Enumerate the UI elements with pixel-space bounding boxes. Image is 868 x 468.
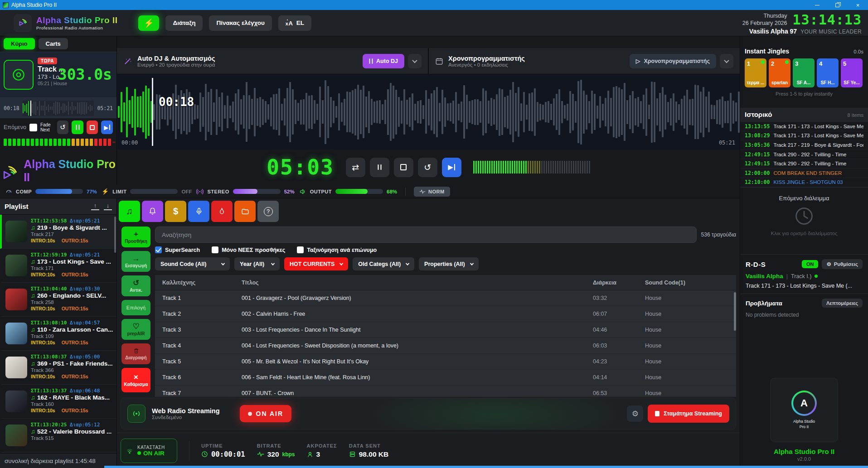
close-icon: × <box>134 373 138 381</box>
playlist-item[interactable]: ΣΤΙ:13:08:10 Διαρ:04:57 ♫ 110 - Zara Lar… <box>0 317 116 351</box>
autodj-toggle-button[interactable]: Auto DJ <box>363 54 404 68</box>
control-panel-button[interactable]: Πίνακας ελέγχου <box>209 15 272 31</box>
replace-button[interactable]: ↺Αντικ. <box>121 275 150 296</box>
table-row[interactable]: Track 1 001 - Gravagerz - Pool (Gravager… <box>155 290 736 306</box>
transport-skip-button[interactable]: ▶ <box>442 158 461 177</box>
playlist-item[interactable]: ΣΤΙ:12:53:58 Διαρ:05:21 ♫ 219 - Boye & S… <box>0 215 116 249</box>
repeat-button[interactable]: ⇄ <box>346 158 365 177</box>
select-button[interactable]: Επιλογή <box>121 300 150 315</box>
minimize-button[interactable] <box>807 0 827 10</box>
rds-active-dot-icon <box>815 275 818 278</box>
history-item[interactable]: 12:49:15 Track 290 - 292 - Tvilling - Ti… <box>740 150 868 159</box>
history-item[interactable]: 12:10:00 KISS JINGLE - SHOTGUN 03 <box>740 178 868 187</box>
clear-button[interactable]: ×Καθάρισμα <box>121 368 150 392</box>
filter-dropdown[interactable]: HOT CURRENTS <box>284 257 348 270</box>
close-button[interactable]: × <box>848 0 868 10</box>
tab-commercials[interactable]: $ <box>165 201 186 222</box>
delete-button[interactable]: Διαγραφή <box>121 343 150 364</box>
search-input[interactable] <box>155 227 697 243</box>
download-playlist-button[interactable]: ↓ <box>104 203 112 210</box>
upload-playlist-button[interactable]: ↑ <box>91 203 99 210</box>
tab-voice[interactable] <box>188 201 209 222</box>
rds-on-badge[interactable]: ON <box>802 260 819 268</box>
prepair-button[interactable]: ♡prepAIR <box>121 319 150 340</box>
jingle-pad[interactable]: 5 SF Ye... <box>841 58 863 87</box>
insert-button[interactable]: →Εισαγωγή <box>121 251 150 272</box>
chevron-down-icon <box>339 261 343 265</box>
add-button[interactable]: +Προσθήκη <box>121 227 150 247</box>
history-item[interactable]: 13:13:55 Track 171 - 173 - Lost Kings - … <box>740 122 868 131</box>
streaming-settings-button[interactable]: ⚙ <box>627 405 643 422</box>
rds-track-ref: Track I.) <box>791 273 811 280</box>
waveform-playhead[interactable] <box>152 78 153 146</box>
chevron-down-icon <box>221 261 225 265</box>
playlist-scrollbar[interactable] <box>114 217 116 253</box>
problems-details-button[interactable]: Λεπτομέρειες <box>822 299 863 308</box>
main-waveform[interactable]: 00:18 00:00 05:21 <box>117 74 740 150</box>
history-item[interactable]: 13:05:36 Track 217 - 219 - Boye & Sigvar… <box>740 140 868 150</box>
filter-dropdown[interactable]: Year (All) <box>234 257 280 270</box>
playlist-item[interactable]: ΣΤΙ:13:13:37 Διαρ:06:48 ♫ 162 - RAYE - B… <box>0 385 116 419</box>
tab-carts[interactable]: Carts <box>39 38 68 49</box>
tab-main[interactable]: Κύριο <box>4 38 35 49</box>
playlist-list: ΣΤΙ:12:53:58 Διαρ:05:21 ♫ 219 - Boye & S… <box>0 215 116 453</box>
fade-next-checkbox[interactable] <box>29 124 37 131</box>
layout-button[interactable]: Διάταξη <box>165 15 203 31</box>
deck-mini-waveform[interactable] <box>23 101 94 116</box>
new-additions-checkbox[interactable]: Μόνο ΝΕΕΣ προσθήκες <box>212 246 285 253</box>
filter-dropdown[interactable]: Properties (All) <box>419 257 479 270</box>
norm-button[interactable]: NORM <box>414 187 450 197</box>
history-item[interactable]: 12:00:00 COM BREAK END STINGER <box>740 169 868 178</box>
table-row[interactable]: Track 2 002 - Calvin Harris - Free 06:07… <box>155 306 736 322</box>
stop-button[interactable] <box>87 121 98 134</box>
table-row[interactable]: Track 7 007 - BUNT. - Crown 06:53 House <box>155 386 736 397</box>
playlist-item[interactable]: ΣΤΙ:12:59:19 Διαρ:05:21 ♫ 173 - Lost Kin… <box>0 249 116 283</box>
table-row[interactable]: Track 3 003 - Lost Frequencies - Dance I… <box>155 322 736 338</box>
history-item[interactable]: 12:49:15 Track 290 - 292 - Tvilling - Ti… <box>740 159 868 169</box>
tab-hot[interactable] <box>211 201 233 222</box>
transport-pause-button[interactable] <box>370 158 389 177</box>
language-button[interactable]: xA EL <box>278 15 311 31</box>
rds-panel: R-D-S ON ⚙Ρυθμίσεις Vasilis Alpha | Trac… <box>740 254 868 294</box>
autodj-expand-button[interactable] <box>408 54 422 68</box>
tab-help[interactable]: ? <box>257 201 279 222</box>
transport-restart-button[interactable]: ↺ <box>418 158 437 177</box>
speaker-icon <box>299 188 306 195</box>
filter-dropdown[interactable]: Old Categs (All) <box>353 257 414 270</box>
scheduler-expand-button[interactable] <box>720 54 733 68</box>
reload-button[interactable]: ↺ <box>57 121 69 134</box>
transport-stop-button[interactable] <box>394 158 413 177</box>
sort-by-surname-checkbox[interactable]: Ταξινόμηση ανά επώνυμο <box>297 246 377 253</box>
filter-dropdown[interactable]: Sound Code (All) <box>155 257 230 270</box>
supersearch-checkbox[interactable]: SuperSearch <box>155 246 200 253</box>
music-note-icon: ♫ <box>31 292 35 299</box>
next-break-panel[interactable]: Επόμενο διάλειμμα Κλικ για ορισμό διαλεί… <box>740 187 868 254</box>
pause-button[interactable] <box>72 121 83 134</box>
tab-jingles[interactable] <box>142 201 163 222</box>
deck-panel: Κύριο Carts ΤΩΡΑ Track ... 173 - Lo... 0… <box>0 36 117 185</box>
stop-streaming-button[interactable]: Σταμάτημα Streaming <box>648 405 729 423</box>
history-count: 8 items <box>848 112 863 118</box>
scheduler-button[interactable]: ▷ Χρονοπρογραμματιστής <box>630 54 716 68</box>
jingle-pad[interactable]: 4 SF H... <box>817 58 839 87</box>
skip-button[interactable]: ▶ <box>101 121 113 134</box>
jingle-pad[interactable]: 2 spartan <box>769 58 790 87</box>
brand-waves-icon <box>0 163 19 184</box>
playlist-item[interactable]: ΣΤΙ:13:08:37 Διαρ:05:00 ♫ 369 - PS1 - Fa… <box>0 351 116 385</box>
table-row[interactable]: Track 6 006 - Sam Feldt - Heart Like Min… <box>155 370 736 386</box>
history-item[interactable]: 13:08:29 Track 171 - 173 - Lost Kings - … <box>740 131 868 141</box>
now-playing-card[interactable]: ΤΩΡΑ Track ... 173 - Lo... 05:21 | House… <box>0 52 116 98</box>
maximize-button[interactable] <box>827 0 848 10</box>
quick-actions-button[interactable]: ⚡ <box>138 15 159 31</box>
jingle-pad[interactable]: 1 τερμα ... <box>745 58 766 87</box>
rds-settings-button[interactable]: ⚙Ρυθμίσεις <box>822 259 863 269</box>
state-label: ΚΑΤΑΣΤΑΣΗ <box>137 445 165 450</box>
jingle-pad[interactable]: 3 SF A... <box>793 58 815 87</box>
tab-folders[interactable] <box>234 201 256 222</box>
playlist-item[interactable]: ΣΤΙ:13:04:40 Διαρ:03:30 ♫ 260 - Englando… <box>0 283 116 317</box>
playlist-item[interactable]: ΣΤΙ:13:20:25 Διαρ:05:12 ♫ 522 - Valerie … <box>0 419 116 453</box>
table-scrollbar[interactable] <box>734 292 736 331</box>
table-row[interactable]: Track 5 005 - Mr. Belt & Wezol - It's No… <box>155 354 736 370</box>
tab-music[interactable]: ♫ <box>119 201 140 222</box>
table-row[interactable]: Track 4 004 - Lost Frequencies - Sweet D… <box>155 338 736 354</box>
